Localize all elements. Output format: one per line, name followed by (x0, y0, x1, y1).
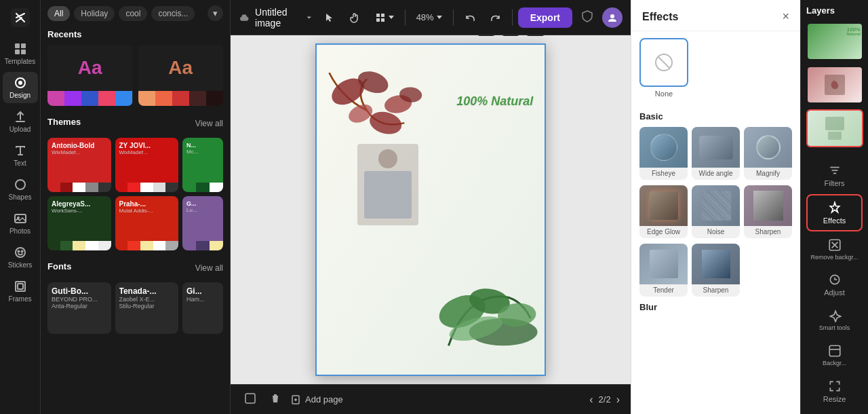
font-2-sub2: Stilu-Regular (119, 303, 175, 309)
undo-icon (465, 12, 475, 23)
smart-tools-tool[interactable]: Smart tools (806, 303, 863, 337)
resize-icon (828, 379, 842, 393)
sidebar-item-frames[interactable]: Frames (3, 276, 38, 307)
filter-expand-button[interactable]: ▾ (208, 5, 223, 21)
effect-sharpen-1[interactable]: Sharpen (744, 185, 792, 238)
undo-button[interactable] (459, 8, 481, 27)
effect-noise[interactable]: Noise (692, 185, 740, 238)
frames-label: Frames (9, 295, 32, 303)
filter-all[interactable]: All (47, 6, 70, 21)
font-card-3[interactable]: Gi... Ham... (182, 282, 223, 334)
sidebar-item-upload[interactable]: Upload (3, 106, 38, 137)
export-button[interactable]: Export (518, 7, 572, 28)
layer-thumb-1[interactable]: 100% Natural (806, 22, 863, 60)
theme-3-colors (182, 183, 223, 192)
zoom-button[interactable]: 48% (411, 8, 448, 26)
recent-card-2-colors (138, 91, 224, 106)
theme-card-5[interactable]: Praha-... Mulat Addis-... (115, 196, 179, 250)
effect-edge-glow[interactable]: Edge Glow (639, 185, 688, 238)
avatar-icon (607, 12, 618, 23)
page-settings-button[interactable] (241, 390, 259, 409)
magnify-visual (756, 135, 781, 159)
recents-title: Recents (47, 29, 223, 39)
wand-icon (828, 309, 842, 322)
layer-thumb-3[interactable] (806, 109, 863, 147)
theme-6-name: G... (186, 200, 219, 207)
sidebar-item-design[interactable]: Design (3, 72, 38, 103)
title-dropdown-icon (306, 14, 313, 22)
hand-tool-button[interactable] (344, 8, 366, 27)
fonts-view-all[interactable]: View all (195, 263, 223, 273)
sidebar-item-text[interactable]: Text (3, 140, 38, 171)
sidebar-item-shapes[interactable]: Shapes (3, 174, 38, 205)
noise-label: Noise (692, 226, 740, 238)
resize-label: Resize (823, 395, 846, 403)
filters-tool[interactable]: Filters (806, 158, 863, 193)
delete-page-button[interactable] (267, 390, 283, 409)
left-panel: All Holiday cool concis... ▾ Recents Aa … (41, 0, 231, 414)
canvas-layout-button[interactable] (500, 35, 521, 36)
svg-rect-17 (376, 18, 380, 22)
layer-3-content (808, 111, 862, 146)
user-avatar[interactable] (602, 7, 623, 28)
svg-point-11 (18, 251, 19, 252)
font-card-2[interactable]: Tenada-... Zaobel X-E... Stilu-Regular (115, 282, 179, 334)
layout-tool-button[interactable] (370, 8, 399, 27)
theme-card-3[interactable]: N... Mc... (182, 138, 223, 192)
none-effect-card[interactable] (639, 38, 688, 87)
effect-wide-angle[interactable]: Wide angle (692, 127, 740, 180)
effects-scroll: None Basic Fisheye Wide angle (631, 31, 800, 414)
layer-thumb-2[interactable] (806, 66, 863, 104)
left-toolbar: Templates Design Upload Text Shapes Phot… (0, 0, 41, 414)
theme-card-4[interactable]: AlegreyaS... WorkSans-... (47, 196, 111, 250)
pointer-tool-button[interactable] (318, 8, 340, 27)
font-2-name: Tenada-... (119, 286, 175, 296)
redo-button[interactable] (485, 8, 507, 27)
theme-card-6[interactable]: G... Lu... (182, 196, 223, 250)
effect-tender[interactable]: Tender (639, 244, 688, 297)
prev-page-button[interactable]: ‹ (589, 394, 593, 406)
effect-fisheye[interactable]: Fisheye (639, 127, 688, 180)
next-page-button[interactable]: › (616, 394, 620, 406)
resize-tool[interactable]: Resize (806, 374, 863, 409)
recent-card-1[interactable]: Aa (47, 45, 133, 106)
adjust-tool[interactable]: Adjust (806, 267, 863, 302)
recent-card-1-colors (47, 91, 133, 106)
remove-bg-tool[interactable]: Remove backgr... (806, 233, 863, 267)
filter-concise[interactable]: concis... (151, 6, 195, 21)
document-title[interactable]: Untitled image (255, 7, 313, 29)
tender-label: Tender (639, 284, 688, 297)
sharpen-1-preview (744, 185, 792, 226)
effect-magnify[interactable]: Magnify (744, 127, 792, 180)
cloud-icon (239, 11, 250, 24)
shield-button[interactable] (576, 5, 598, 29)
page-indicator: 2/2 (599, 394, 611, 404)
font-1-name: Guti-Bo... (52, 286, 107, 296)
photos-label: Photos (9, 227, 31, 235)
app-logo[interactable] (8, 5, 33, 30)
effects-tool[interactable]: Effects (806, 194, 863, 231)
fonts-section-header: Fonts View all (47, 259, 223, 277)
theme-2-name: ZY JOVI... (119, 142, 175, 149)
font-card-1[interactable]: Guti-Bo... BEYOND PRO... Anta-Regular (47, 282, 111, 334)
sidebar-item-photos[interactable]: Photos (3, 208, 38, 239)
sidebar-item-stickers[interactable]: Stickers (3, 242, 38, 273)
canvas-grid-button[interactable] (476, 35, 496, 36)
layer-2-content (808, 67, 862, 102)
sidebar-item-templates[interactable]: Templates (3, 38, 38, 69)
add-page-button[interactable]: Add page (292, 394, 343, 404)
effect-sharpen-2[interactable]: Sharpen (692, 244, 740, 297)
themes-view-all[interactable]: View all (195, 119, 223, 128)
theme-card-1[interactable]: Antonio-Bold WixMadef... (47, 138, 111, 192)
background-tool[interactable]: Backgr... (806, 339, 863, 373)
edge-glow-label: Edge Glow (639, 226, 688, 238)
filter-cool[interactable]: cool (119, 6, 147, 21)
filter-holiday[interactable]: Holiday (74, 6, 115, 21)
canvas-more-button[interactable]: ••• (525, 35, 546, 36)
recent-card-2[interactable]: Aa (138, 45, 224, 106)
edge-glow-visual (650, 191, 678, 220)
theme-card-2[interactable]: ZY JOVI... WixMadef... (115, 138, 179, 192)
wide-angle-preview (692, 127, 740, 168)
themes-grid-2: AlegreyaS... WorkSans-... Praha-... Mula… (47, 196, 223, 250)
effects-close-button[interactable]: × (782, 10, 789, 24)
